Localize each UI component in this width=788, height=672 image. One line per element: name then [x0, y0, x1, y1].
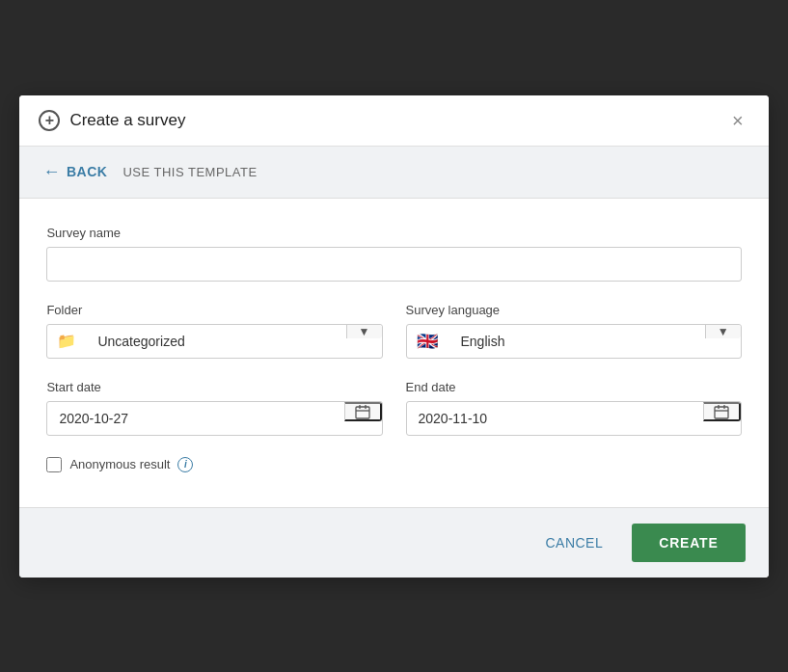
- end-date-calendar-button[interactable]: [703, 402, 741, 421]
- folder-col: Folder 📁 Uncategorized ▼: [46, 303, 382, 359]
- folder-dropdown-arrow[interactable]: ▼: [346, 325, 382, 338]
- anonymous-info-icon[interactable]: i: [177, 457, 193, 472]
- folder-select-wrapper[interactable]: 📁 Uncategorized ▼: [46, 324, 382, 359]
- back-label: BACK: [67, 164, 107, 179]
- folder-language-row: Folder 📁 Uncategorized ▼ Survey language…: [46, 303, 741, 359]
- cancel-button[interactable]: CANCEL: [528, 525, 620, 560]
- end-date-label: End date: [406, 380, 742, 394]
- back-arrow-icon: ←: [42, 162, 61, 182]
- survey-name-input[interactable]: [46, 247, 741, 282]
- start-date-col: Start date: [46, 380, 382, 436]
- svg-rect-4: [715, 407, 728, 418]
- calendar-icon: [355, 404, 370, 419]
- anonymous-result-checkbox[interactable]: [46, 457, 62, 472]
- close-button[interactable]: ×: [726, 109, 749, 132]
- create-survey-icon: +: [39, 110, 60, 131]
- back-button[interactable]: ← BACK: [42, 162, 107, 182]
- start-date-calendar-button[interactable]: [344, 402, 382, 421]
- modal-footer: CANCEL CREATE: [19, 507, 768, 578]
- sub-header: ← BACK USE THIS TEMPLATE: [19, 147, 768, 199]
- language-col: Survey language 🇬🇧 English ▼: [406, 303, 742, 359]
- end-date-wrapper: [406, 401, 742, 436]
- use-template-button[interactable]: USE THIS TEMPLATE: [122, 165, 257, 179]
- start-date-label: Start date: [46, 380, 382, 394]
- survey-name-group: Survey name: [46, 226, 741, 282]
- language-select-wrapper[interactable]: 🇬🇧 English ▼: [406, 324, 742, 359]
- language-dropdown-arrow[interactable]: ▼: [705, 325, 741, 338]
- end-date-input[interactable]: [407, 402, 703, 435]
- survey-name-label: Survey name: [46, 226, 741, 240]
- modal-overlay: + Create a survey × ← BACK USE THIS TEMP…: [0, 0, 788, 672]
- create-survey-modal: + Create a survey × ← BACK USE THIS TEMP…: [19, 95, 768, 578]
- svg-rect-0: [356, 407, 369, 418]
- modal-title: Create a survey: [69, 111, 185, 130]
- create-button[interactable]: CREATE: [632, 524, 745, 562]
- modal-title-row: + Create a survey: [39, 110, 185, 131]
- modal-body: Survey name Folder 📁 Uncategorized ▼ Sur…: [19, 199, 768, 507]
- anonymous-result-row: Anonymous result i: [46, 457, 741, 472]
- anonymous-result-label: Anonymous result: [69, 457, 170, 471]
- end-date-col: End date: [406, 380, 742, 436]
- start-date-wrapper: [46, 401, 382, 436]
- modal-header: + Create a survey ×: [19, 95, 768, 147]
- start-date-input[interactable]: [47, 402, 343, 435]
- folder-value: Uncategorized: [90, 325, 345, 358]
- calendar-icon: [714, 404, 729, 419]
- folder-icon: 📁: [47, 332, 86, 350]
- date-row: Start date En: [46, 380, 741, 436]
- folder-label: Folder: [46, 303, 382, 317]
- flag-icon: 🇬🇧: [407, 331, 453, 352]
- language-label: Survey language: [406, 303, 742, 317]
- language-value: English: [453, 325, 705, 358]
